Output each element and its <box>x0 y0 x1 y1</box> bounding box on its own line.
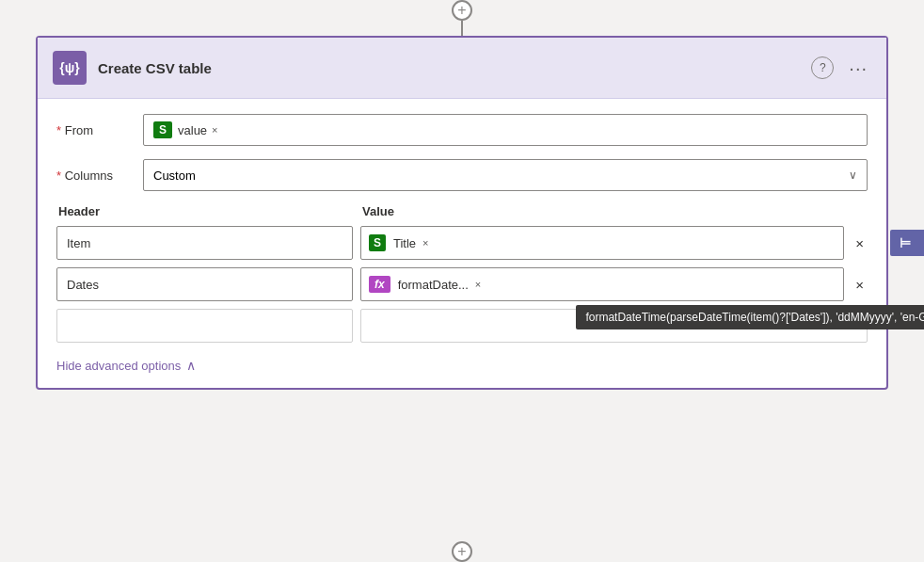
from-tag: S <box>153 121 172 138</box>
hide-advanced-options-button[interactable]: Hide advanced options ∧ <box>56 358 196 373</box>
card-actions: ? ··· <box>811 56 871 81</box>
dates-value-text: formatDate... <box>398 278 469 292</box>
from-row: * From S value × <box>56 114 868 146</box>
canvas: + {ψ} Create CSV table ? ··· <box>0 0 924 562</box>
dates-header-cell[interactable]: Dates <box>56 267 353 301</box>
chevron-up-icon: ∧ <box>186 358 196 373</box>
value-column-label: Value <box>362 204 866 218</box>
item-row-delete[interactable]: × <box>852 233 868 253</box>
from-label: * From <box>56 123 132 137</box>
columns-row: * Columns Custom ∨ <box>56 159 868 191</box>
more-options-button[interactable]: ··· <box>845 56 871 81</box>
bottom-connector: + <box>452 541 472 562</box>
item-s-tag: S <box>369 234 386 251</box>
card-title: Create CSV table <box>98 60 800 76</box>
table-section: Header Value Item S Title × <box>56 204 868 343</box>
item-header-cell[interactable]: Item <box>56 226 353 260</box>
format-datetime-tooltip: formatDateTime(parseDateTime(item()?['Da… <box>576 305 924 329</box>
table-row: Item S Title × × <box>56 226 868 260</box>
columns-select[interactable]: Custom ∨ <box>143 159 868 191</box>
dates-value-remove[interactable]: × <box>474 279 482 290</box>
chevron-down-icon: ∨ <box>849 169 857 182</box>
table-row: Dates fx formatDate... × × <box>56 267 868 301</box>
fx-button[interactable]: fx <box>920 230 924 256</box>
from-field[interactable]: S value × <box>143 114 868 146</box>
card-body: * From S value × * Columns <box>38 99 886 388</box>
dates-value-cell[interactable]: fx formatDate... × <box>360 267 844 301</box>
help-button[interactable]: ? <box>811 56 834 79</box>
filter-button[interactable]: ⊨ <box>890 230 920 256</box>
table-headers: Header Value <box>56 204 868 218</box>
top-plus-button[interactable]: + <box>452 0 472 21</box>
item-row-actions: ⊨ fx <box>890 230 924 256</box>
card-icon: {ψ} <box>53 51 87 85</box>
bottom-plus-button[interactable]: + <box>452 541 472 562</box>
dates-fx-tag: fx <box>369 276 390 293</box>
item-value-remove[interactable]: × <box>422 237 429 249</box>
item-value-text: Title <box>393 236 416 250</box>
dates-row-delete[interactable]: × <box>852 275 868 295</box>
item-value-cell[interactable]: S Title × <box>360 226 844 260</box>
header-column-label: Header <box>58 204 355 218</box>
create-csv-table-card: {ψ} Create CSV table ? ··· * From <box>36 36 888 390</box>
from-tag-remove[interactable]: × <box>211 124 218 136</box>
columns-label: * Columns <box>56 169 132 183</box>
empty-header-cell[interactable] <box>56 309 353 343</box>
from-value: value <box>178 123 207 137</box>
card-header: {ψ} Create CSV table ? ··· <box>38 38 886 99</box>
